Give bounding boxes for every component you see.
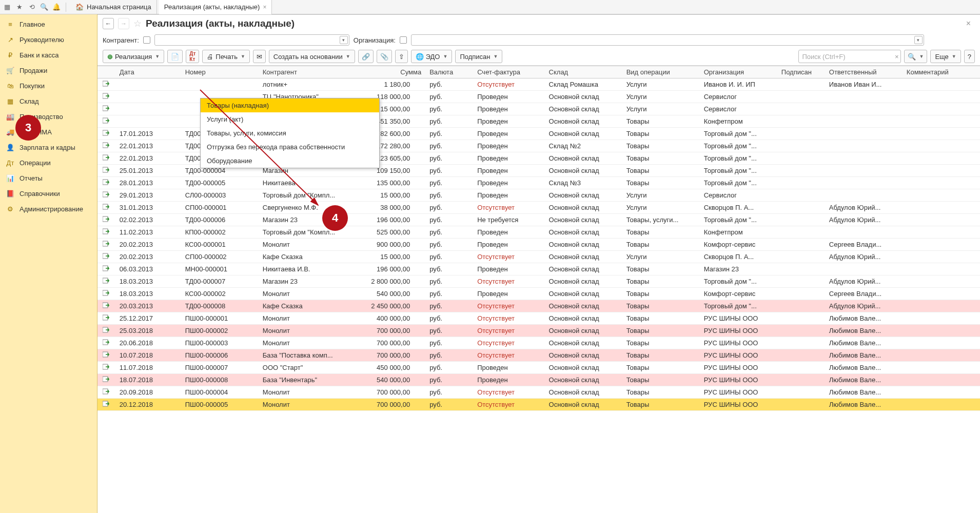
table-row[interactable]: 25.12.2017ПШ00-000001Монолит400 000,00ру… [97,312,980,325]
table-row[interactable]: лотник+1 180,00руб.ОтсутствуетСклад Рома… [97,78,980,91]
sidebar-item-3[interactable]: 🛒Продажи [0,63,97,78]
sidebar-item-11[interactable]: 📕Справочники [0,186,97,201]
sidebar-item-0[interactable]: ≡Главное [0,16,97,32]
table-row[interactable]: 10.07.2018ПШ00-000006База "Поставка комп… [97,349,980,362]
sidebar-item-9[interactable]: ДтОперации [0,155,97,170]
table-row[interactable]: 29.01.2013СЛ00-000003Торговый дом "Компл… [97,189,980,202]
close-icon[interactable]: × [263,4,266,11]
copy-button[interactable]: 📄 [167,50,183,63]
history-icon[interactable]: ⟲ [27,2,37,12]
clear-icon[interactable]: × [895,53,899,61]
cell-responsible [825,103,903,115]
star-icon[interactable]: ★ [14,2,25,12]
column-header[interactable]: Номер [181,66,259,78]
table-row[interactable]: 20.02.2013КС00-000001Монолит900 000,00ру… [97,239,980,251]
cell-counterparty: Торговый дом "Компл... [259,189,354,202]
apps-icon[interactable]: ▦ [2,2,12,12]
table-row[interactable]: 18.03.2013ТД00-000007Магазин 232 800 000… [97,275,980,288]
column-header[interactable]: Подписан [777,66,825,78]
org-checkbox[interactable] [400,36,407,44]
table-row[interactable]: 06.03.2013МН00-000001Никитаева И.В.196 0… [97,263,980,275]
cell-responsible [825,115,903,128]
column-header[interactable]: Ответственный [825,66,903,78]
more-button[interactable]: Еще ▼ [930,50,961,63]
sidebar-item-12[interactable]: ⚙Администрирование [0,201,97,216]
table-row[interactable]: 18.03.2013КС00-000002Монолит540 000,00ру… [97,288,980,300]
column-header[interactable]: Валюта [425,66,473,78]
table-row[interactable]: 02.02.2013ТД00-000006Магазин 23196 000,0… [97,214,980,226]
edo-button[interactable]: 🌐 ЭДО ▼ [411,50,453,63]
column-header[interactable]: Организация [700,66,777,78]
sidebar-item-6[interactable]: 🏭Производство [0,109,97,124]
help-button[interactable]: ? [964,50,975,63]
nav-back-button[interactable]: ← [103,18,114,29]
cell-signed [777,349,825,362]
table-row[interactable]: 20.12.2018ПШ00-000005Монолит700 000,00ру… [97,399,980,411]
column-header[interactable]: Склад [545,66,622,78]
search-input[interactable]: Поиск (Ctrl+F) × [798,50,901,63]
sidebar-item-1[interactable]: ↗Руководителю [0,32,97,47]
column-header[interactable]: Вид операции [622,66,700,78]
sidebar-item-8[interactable]: 👤Зарплата и кадры [0,140,97,155]
signed-button[interactable]: Подписан ▼ [455,50,502,63]
sidebar-item-4[interactable]: 🛍Покупки [0,78,97,93]
column-header[interactable]: Контрагент [259,66,354,78]
column-header[interactable]: Счет-фактура [473,66,544,78]
table-row[interactable]: 11.07.2018ПШ00-000007ООО "Старт"450 000,… [97,362,980,374]
nav-forward-button[interactable]: → [118,18,129,29]
cell-warehouse: Основной склад [545,103,622,115]
close-page-button[interactable]: × [962,19,975,28]
tab-home[interactable]: 🏠 Начальная страница [70,0,157,14]
org-input[interactable]: ▾ [411,34,924,46]
table-row[interactable]: 11.02.2013КП00-000002Торговый дом "Компл… [97,226,980,239]
table-row[interactable]: 25.03.2018ПШ00-000002Монолит700 000,00ру… [97,325,980,337]
chevron-down-icon[interactable]: ▾ [914,36,923,44]
counterparty-input[interactable]: ▾ [154,34,349,46]
link-button[interactable]: 🔗 [358,50,374,63]
upload-button[interactable]: ⇧ [395,50,408,63]
sidebar-item-7[interactable]: 🚚ОС и НМА [0,124,97,140]
table-row[interactable]: 20.03.2013ТД00-000008Кафе Сказка2 450 00… [97,300,980,312]
table-row[interactable]: 31.01.2013СП00-000001Свергуненко М.Ф.38 … [97,202,980,214]
table-row[interactable]: 18.07.2018ПШ00-000008База "Инвентарь"540… [97,374,980,386]
cell-currency: руб. [425,325,473,337]
create-based-button[interactable]: Создать на основании ▼ [269,50,355,63]
cell-responsible: Любимов Вале... [825,312,903,325]
column-header[interactable]: Сумма [354,66,425,78]
sidebar-item-5[interactable]: ▦Склад [0,93,97,109]
dropdown-item-3[interactable]: Отгрузка без перехода права собственност… [201,140,379,154]
dropdown-item-0[interactable]: Товары (накладная) [201,98,379,112]
search-button[interactable]: 🔍▼ [904,50,927,63]
chevron-down-icon[interactable]: ▾ [340,36,348,44]
table-row[interactable]: 20.02.2013СП00-000002Кафе Сказка15 000,0… [97,251,980,263]
print-button[interactable]: 🖨 Печать ▼ [202,50,250,63]
cell-invoice: Проведен [473,226,544,239]
edo-label: ЭДО [426,53,440,61]
realization-button[interactable]: ⊕ Реализация ▼ [103,50,164,63]
cell-currency: руб. [425,91,473,103]
counterparty-checkbox[interactable] [143,36,150,44]
dropdown-item-1[interactable]: Услуги (акт) [201,112,379,126]
bell-icon[interactable]: 🔔 [51,2,62,12]
column-header[interactable] [97,66,115,78]
table-row[interactable]: 20.06.2018ПШ00-000003Монолит700 000,00ру… [97,337,980,349]
dropdown-item-2[interactable]: Товары, услуги, комиссия [201,126,379,140]
tab-realization[interactable]: Реализация (акты, накладные) × [159,0,272,14]
envelope-button[interactable]: ✉ [253,50,266,63]
sidebar-item-2[interactable]: ₽Банк и касса [0,47,97,63]
table-row[interactable]: 28.01.2013ТД00-000005Никитаева135 000,00… [97,177,980,189]
sidebar-item-10[interactable]: 📊Отчеты [0,170,97,186]
column-header[interactable]: Дата [115,66,181,78]
table-row[interactable]: 20.09.2018ПШ00-000004Монолит700 000,00ру… [97,386,980,399]
search-icon[interactable]: 🔍 [39,2,49,12]
cell-invoice: Проведен [473,165,544,177]
dropdown-item-4[interactable]: Оборудование [201,154,379,168]
attach-button[interactable]: 📎 [377,50,392,63]
column-header[interactable]: Комментарий [903,66,980,78]
favorite-star-icon[interactable]: ☆ [133,18,142,29]
cell-signed [777,275,825,288]
dtkt-button[interactable]: ДтКт [186,50,199,63]
annotation-badge-4: 4 [322,205,348,231]
cell-currency: руб. [425,374,473,386]
cell-currency: руб. [425,239,473,251]
